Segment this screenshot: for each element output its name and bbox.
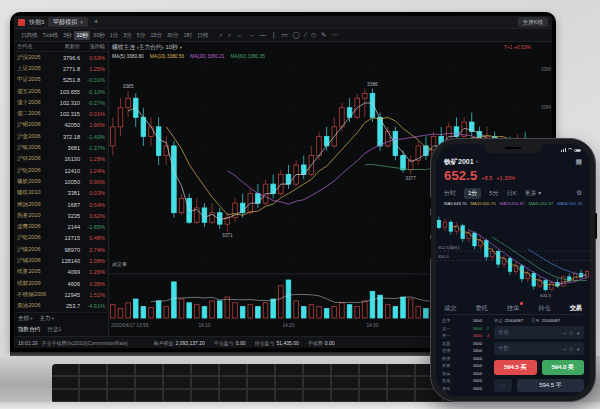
instrument-row[interactable]: 沪银20063681-1.37% bbox=[14, 142, 108, 153]
order-book-row[interactable]: 涨停1600 bbox=[442, 347, 489, 355]
period-button[interactable]: 30分 bbox=[165, 31, 181, 40]
instrument-row[interactable]: 线材200946060.35% bbox=[14, 278, 108, 289]
trend-line-icon[interactable]: ∕ bbox=[305, 32, 306, 39]
instrument-row[interactable]: 债二2006102.3150.01% bbox=[14, 108, 108, 119]
instrument-row[interactable]: 不锈钢2006129451.51% bbox=[14, 289, 108, 300]
minus-button[interactable]: − bbox=[563, 330, 567, 336]
sidebar-list-tab[interactable]: 指数合约 bbox=[18, 326, 40, 334]
symbol-label[interactable]: 螺纹主连 ‹主力合约› 10秒 bbox=[112, 43, 178, 52]
order-book-row[interactable]: 总手1600 bbox=[442, 317, 489, 325]
keyboard-icon[interactable]: ∷ bbox=[494, 379, 512, 392]
period-button[interactable]: 日内线 bbox=[19, 31, 40, 40]
polyline-tool-icon[interactable]: ◇ bbox=[311, 32, 316, 39]
arrow-right-icon[interactable]: → bbox=[248, 32, 255, 39]
instrument-name: 沪锌2006 bbox=[17, 155, 53, 163]
phone-tab-active[interactable]: 交易 bbox=[570, 304, 582, 313]
instrument-row[interactable]: 沪锡20061281402.08% bbox=[14, 255, 108, 266]
order-input[interactable]: 价格−+ bbox=[494, 326, 584, 339]
period-button[interactable]: Tick线 bbox=[41, 31, 60, 40]
period-button[interactable]: 5分 bbox=[135, 31, 148, 40]
instrument-row[interactable]: 上证20052771.81.25% bbox=[14, 63, 108, 74]
phone-tab-item[interactable]: 成交 bbox=[444, 304, 456, 313]
plus-button[interactable]: + bbox=[576, 346, 580, 352]
sidebar-list-tab[interactable]: 自选1 bbox=[47, 326, 61, 334]
horizontal-line-icon[interactable]: — bbox=[259, 32, 266, 39]
gear-icon[interactable]: ⚙ bbox=[576, 189, 582, 197]
instrument-row[interactable]: 沪铜2006420501.90% bbox=[14, 120, 108, 131]
instrument-row[interactable]: 螺纹201033810.03% bbox=[14, 188, 108, 199]
phone-period-tab[interactable]: 日K bbox=[507, 189, 517, 198]
phone-candlestick-chart[interactable] bbox=[436, 209, 590, 301]
phone-period-tab[interactable]: 1分 bbox=[464, 188, 481, 199]
instrument-name: 纸浆2005 bbox=[17, 268, 53, 276]
circle-tool-icon[interactable]: ◯ bbox=[293, 32, 300, 39]
arrow-left-icon[interactable]: ← bbox=[236, 32, 243, 39]
period-button[interactable]: 3秒 bbox=[61, 31, 74, 40]
order-book-row[interactable]: 卖一16002 bbox=[442, 325, 489, 333]
order-book-row[interactable]: 跌停1600 bbox=[442, 355, 489, 363]
vertical-line-icon[interactable]: ❘ bbox=[271, 32, 276, 39]
close-position-button[interactable]: 594.5 平 bbox=[517, 379, 584, 392]
instrument-row[interactable]: 燃油200916870.54% bbox=[14, 199, 108, 210]
instrument-row[interactable]: 纸浆200540991.26% bbox=[14, 267, 108, 278]
order-input[interactable]: 手数−+ bbox=[494, 342, 584, 355]
instrument-row[interactable]: 沪镍2006989702.74% bbox=[14, 244, 108, 255]
order-book-row[interactable]: 开盘1600 bbox=[442, 362, 489, 370]
instrument-row[interactable]: 热卷201032350.62% bbox=[14, 210, 108, 221]
instrument-row[interactable]: 中证20055251.8-0.01% bbox=[14, 75, 108, 86]
instrument-row[interactable]: 沥青20062144-1.65% bbox=[14, 221, 108, 232]
phone-ma-label: MA60:651.30 bbox=[557, 201, 582, 208]
phone-period-tab[interactable]: 分时 bbox=[444, 189, 456, 198]
period-button[interactable]: 10秒 bbox=[74, 31, 90, 40]
workspace-tab[interactable]: 甲醇模拟 ▾ bbox=[48, 17, 88, 27]
phone-period-tab[interactable]: 更多 ▾ bbox=[525, 189, 542, 198]
zoom-in-icon[interactable]: ⌕ bbox=[219, 32, 223, 39]
add-workspace-button[interactable]: + bbox=[94, 18, 99, 26]
instrument-row[interactable]: 沪铝2006124101.24% bbox=[14, 165, 108, 176]
plus-button[interactable]: + bbox=[576, 330, 580, 336]
pencil-icon[interactable]: ✎ bbox=[321, 32, 326, 39]
phone-symbol-title[interactable]: 铁矿2001 bbox=[444, 157, 474, 167]
order-book-row[interactable]: 持仓1600 bbox=[442, 385, 489, 393]
instrument-change: 0.54% bbox=[80, 202, 105, 208]
sidebar-filter-dropdown[interactable]: 主力▾ bbox=[39, 315, 53, 323]
order-book-row[interactable]: 最低1600 bbox=[442, 377, 489, 385]
instrument-row[interactable]: 沪锌2006161301.29% bbox=[14, 154, 108, 165]
phone-period-tab[interactable]: 5分 bbox=[489, 189, 498, 198]
phone-tab-item[interactable]: 持仓 bbox=[538, 304, 550, 313]
buy-button[interactable]: 594.5 买 bbox=[494, 360, 537, 375]
order-book-row[interactable]: 买一16004 bbox=[442, 332, 489, 340]
instrument-row[interactable]: 沪金2006372.18-1.40% bbox=[14, 131, 108, 142]
period-button[interactable]: 30秒 bbox=[91, 31, 107, 40]
order-book-row[interactable]: 最新1600 bbox=[442, 340, 489, 348]
sell-button[interactable]: 594.0 卖 bbox=[542, 360, 585, 375]
order-book-row[interactable]: 最高1600 bbox=[442, 370, 489, 378]
period-button[interactable]: 1时 bbox=[182, 31, 195, 40]
more-icon[interactable]: ⋯ bbox=[331, 32, 338, 39]
minus-button[interactable]: − bbox=[563, 346, 567, 352]
instrument-change: -1.65% bbox=[80, 224, 105, 230]
period-button[interactable]: 15分 bbox=[148, 31, 164, 40]
grid-icon[interactable]: ▦ bbox=[575, 158, 582, 166]
rect-tool-icon[interactable]: ▭ bbox=[281, 32, 287, 39]
instrument-name: 螺纹2010 bbox=[17, 189, 53, 197]
fullscreen-kline-button[interactable]: 全屏K线 bbox=[518, 17, 548, 27]
instrument-row[interactable]: 橡胶2009100500.90% bbox=[14, 176, 108, 187]
period-button[interactable]: 1分 bbox=[108, 31, 121, 40]
phone-tab-item[interactable]: 委托 bbox=[475, 304, 487, 313]
instrument-row[interactable]: 债五2006103.655-0.10% bbox=[14, 86, 108, 97]
battery-icon bbox=[574, 149, 581, 153]
phone-tab-item[interactable]: 挂单 bbox=[507, 304, 519, 313]
instrument-change: 1.90% bbox=[80, 122, 105, 128]
instrument-row[interactable]: 沪铅2006137150.48% bbox=[14, 233, 108, 244]
instrument-row[interactable]: 沪深20053796.60.63% bbox=[14, 52, 108, 63]
instrument-name: 债十2006 bbox=[17, 99, 53, 107]
sidebar-filter-dropdown[interactable]: 全部▾ bbox=[18, 315, 32, 323]
instrument-change: 1.25% bbox=[80, 66, 105, 72]
period-button[interactable]: 日线 bbox=[195, 31, 210, 40]
instrument-row[interactable]: 原油2006253.7-4.91% bbox=[14, 301, 108, 312]
instrument-row[interactable]: 债十2006102.310-0.27% bbox=[14, 97, 108, 108]
period-button[interactable]: 3分 bbox=[121, 31, 134, 40]
zoom-out-icon[interactable]: ⌕ bbox=[228, 32, 232, 39]
stepper-value-box bbox=[569, 347, 573, 351]
